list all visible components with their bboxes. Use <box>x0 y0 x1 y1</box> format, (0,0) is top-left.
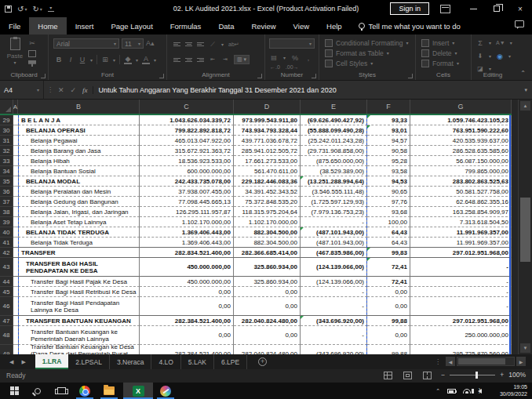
menu-tab-help[interactable]: Help <box>318 17 351 34</box>
page-break-view-icon[interactable] <box>423 372 432 379</box>
horizontal-scroll-thumb[interactable] <box>458 358 505 365</box>
cell-d47[interactable]: 282.040.824.480,00 <box>234 315 301 326</box>
cell-c30[interactable]: 799.822.892.818,72 <box>140 125 234 136</box>
cell-d33[interactable]: 17.661.273.533,00 <box>234 156 301 166</box>
cell-b30[interactable]: BELANJA OPERASI <box>18 125 140 136</box>
cell-d45[interactable]: 0,00 <box>234 287 301 297</box>
percent-style-icon[interactable]: % <box>291 53 299 62</box>
increase-indent-icon[interactable]: ⇥ <box>221 56 229 64</box>
chrome-taskbar-icon[interactable] <box>75 383 94 399</box>
wifi-icon[interactable] <box>463 389 471 394</box>
next-sheet-arrow[interactable]: ▶ <box>21 359 25 365</box>
underline-icon[interactable]: U <box>78 56 86 64</box>
row-header-33[interactable]: 33 <box>0 156 13 166</box>
cell-e49[interactable]: (343.696.920,00) <box>301 345 367 354</box>
cell-e42[interactable]: (467.835.986,00) <box>301 247 367 258</box>
styles-button-format-as-table[interactable]: Format as Table▾ <box>325 48 409 58</box>
cell-e30[interactable]: (55.888.099.490,28) <box>301 125 367 136</box>
select-all-corner[interactable] <box>0 100 13 114</box>
styles-button-cell-styles[interactable]: Cell Styles▾ <box>325 58 409 68</box>
cell-g29[interactable]: 1.059.746.423.105,23 <box>410 115 512 125</box>
cell-g44[interactable]: - <box>410 276 512 287</box>
zoom-slider[interactable] <box>450 375 495 375</box>
cell-g47[interactable]: 297.012.951.968,00 <box>410 315 512 326</box>
row-header-30[interactable]: 30 <box>0 125 13 136</box>
cell-f42[interactable]: 99,83 <box>367 247 410 258</box>
sign-in-button[interactable]: Sign in <box>390 2 429 15</box>
cell-b32[interactable]: Belanja Barang dan Jasa <box>18 146 140 156</box>
sheet-tab-6-lpe[interactable]: 6.LPE <box>214 354 247 369</box>
cell-d46[interactable]: 0,00 <box>234 297 301 316</box>
sort-filter-icon[interactable]: A▼ <box>496 38 505 47</box>
cell-b38[interactable]: Belanja Jalan, Irigasi, dan Jaringan <box>18 207 140 217</box>
collapse-ribbon-icon[interactable]: ⌃ <box>520 70 526 77</box>
scroll-right-arrow[interactable]: ▶ <box>516 357 526 366</box>
cell-g32[interactable]: 286.528.635.585,60 <box>410 146 512 156</box>
format-painter-icon[interactable] <box>28 60 36 67</box>
cell-d43[interactable]: 325.860.934,00 <box>234 257 301 277</box>
hscroll-splitter[interactable]: ⋮ <box>435 358 441 365</box>
row-header-34[interactable]: 34 <box>0 166 13 176</box>
cell-f31[interactable]: 94,57 <box>367 136 410 146</box>
sheet-tab-2-lpsal[interactable]: 2.LPSAL <box>68 354 110 369</box>
cell-c48[interactable]: 0,00 <box>140 326 234 345</box>
cell-d40[interactable]: 882.304.500,00 <box>234 227 301 238</box>
increase-decimal-icon[interactable]: ←.0 <box>270 64 280 70</box>
row-header-48[interactable]: 48 <box>0 326 13 345</box>
cell-g39[interactable]: 7.313.618.504,50 <box>410 217 512 227</box>
zoom-level[interactable]: 100% <box>508 371 526 379</box>
menu-tab-review[interactable]: Review <box>242 17 284 34</box>
cell-b35[interactable]: BELANJA MODAL <box>18 176 140 187</box>
cancel-formula-icon[interactable]: ✕ <box>58 86 64 94</box>
align-center-icon[interactable] <box>185 57 192 63</box>
column-header-g[interactable]: G <box>410 100 512 114</box>
menu-tab-page-layout[interactable]: Page Layout <box>102 17 161 34</box>
sheet-tab-5-lak[interactable]: 5.LAK <box>181 354 214 369</box>
scroll-down-arrow[interactable]: ▼ <box>520 343 530 353</box>
alignment-dialog-launcher[interactable] <box>257 74 262 78</box>
cell-b46[interactable]: Transfer Bagi Hasil Pendapatan Lainnya K… <box>18 297 140 316</box>
cell-e31[interactable]: (25.242.011.243,28) <box>301 136 367 146</box>
tell-me-box[interactable]: Tell me what you want to do <box>351 17 468 34</box>
cell-f46[interactable]: 0,00 <box>367 297 410 316</box>
enter-formula-icon[interactable]: ✓ <box>71 86 77 94</box>
cell-f36[interactable]: 90,65 <box>367 187 410 197</box>
expand-formula-bar-icon[interactable]: ▾ <box>519 87 532 93</box>
cell-g34[interactable]: 799.865.000,00 <box>410 166 512 176</box>
cell-g38[interactable]: 163.258.854.909,97 <box>410 207 512 217</box>
cell-b29[interactable]: B E L A N J A <box>18 115 140 125</box>
restore-button[interactable] <box>485 0 508 17</box>
column-header-c[interactable]: C <box>140 100 234 114</box>
cell-g45[interactable]: - <box>410 287 512 297</box>
cell-d31[interactable]: 439.771.036.678,72 <box>234 136 301 146</box>
font-color-icon[interactable]: A <box>142 56 150 64</box>
cell-d34[interactable]: 561.470.611,00 <box>234 166 301 176</box>
cell-e43[interactable]: (124.139.066,00) <box>301 257 367 277</box>
copy-icon[interactable] <box>28 50 36 57</box>
cell-c46[interactable]: 0,00 <box>140 297 234 316</box>
row-header-35[interactable]: 35 <box>0 176 13 187</box>
scroll-left-arrow[interactable]: ◀ <box>446 357 455 366</box>
start-button[interactable] <box>5 383 24 399</box>
cell-b43[interactable]: TRANSFER BAGI HASIL PENDAPATAN KE DESA <box>18 257 140 277</box>
cell-g33[interactable]: 56.087.150.000,00 <box>410 156 512 166</box>
cell-c34[interactable]: 600.000.000,00 <box>140 166 234 176</box>
cell-g31[interactable]: 420.535.939.637,00 <box>410 136 512 146</box>
top-align-icon[interactable] <box>173 42 180 47</box>
row-header-39[interactable]: 39 <box>0 217 13 227</box>
cell-e45[interactable]: - <box>301 287 367 297</box>
cell-f44[interactable]: 72,41 <box>367 276 410 287</box>
row-header-45[interactable]: 45 <box>0 287 13 297</box>
cell-b40[interactable]: BELANJA TIDAK TERDUGA <box>18 227 140 238</box>
name-box[interactable]: A4▾ <box>0 81 44 100</box>
cell-d37[interactable]: 75.372.848.535,20 <box>234 197 301 207</box>
font-size-combo[interactable]: 11▾ <box>122 38 144 49</box>
cell-e35[interactable]: (13.251.288.994,64) <box>301 176 367 187</box>
accounting-format-icon[interactable]: ▤ <box>270 53 278 62</box>
volume-icon[interactable] <box>478 389 482 394</box>
cell-b31[interactable]: Belanja Pegawai <box>18 136 140 146</box>
row-header-29[interactable]: 29 <box>0 115 13 125</box>
styles-dialog-launcher[interactable] <box>408 74 413 78</box>
task-view-icon[interactable] <box>52 383 71 399</box>
zoom-in-icon[interactable]: + <box>500 371 504 379</box>
